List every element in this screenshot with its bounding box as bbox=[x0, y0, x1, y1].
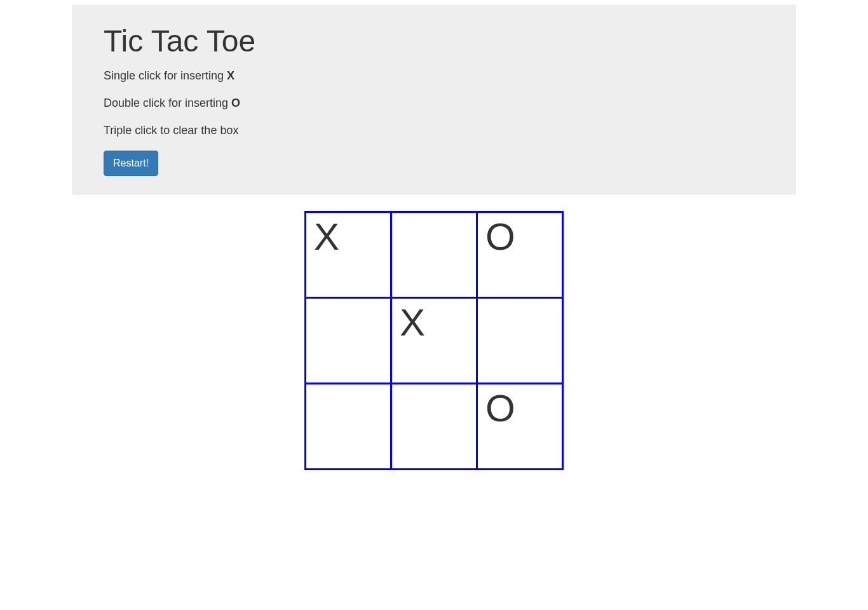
board-cell-0-0[interactable]: X bbox=[306, 212, 391, 297]
page-title: Tic Tac Toe bbox=[104, 24, 764, 58]
instruction-text: Single click for inserting bbox=[104, 69, 227, 82]
board-cell-0-2[interactable]: O bbox=[477, 212, 563, 297]
board-cell-1-0[interactable] bbox=[306, 297, 391, 383]
board-row: O bbox=[306, 383, 563, 469]
board-cell-2-0[interactable] bbox=[306, 383, 391, 469]
instruction-text: Double click for inserting bbox=[104, 97, 231, 109]
board-cell-2-2[interactable]: O bbox=[477, 383, 563, 469]
board-cell-2-1[interactable] bbox=[391, 383, 477, 469]
board-cell-1-2[interactable] bbox=[477, 297, 563, 383]
board-cell-1-1[interactable]: X bbox=[391, 297, 477, 383]
instruction-double-click: Double click for inserting O bbox=[104, 95, 764, 111]
board-row: X bbox=[306, 297, 563, 383]
game-board: X O X O bbox=[304, 211, 564, 470]
instruction-bold-x: X bbox=[227, 69, 234, 82]
instruction-bold-o: O bbox=[231, 97, 240, 109]
instruction-triple-click: Triple click to clear the box bbox=[104, 123, 764, 139]
restart-button[interactable]: Restart! bbox=[104, 151, 158, 176]
board-cell-0-1[interactable] bbox=[391, 212, 477, 297]
header-panel: Tic Tac Toe Single click for inserting X… bbox=[72, 4, 796, 195]
board-row: X O bbox=[306, 212, 563, 297]
instruction-single-click: Single click for inserting X bbox=[104, 68, 764, 84]
